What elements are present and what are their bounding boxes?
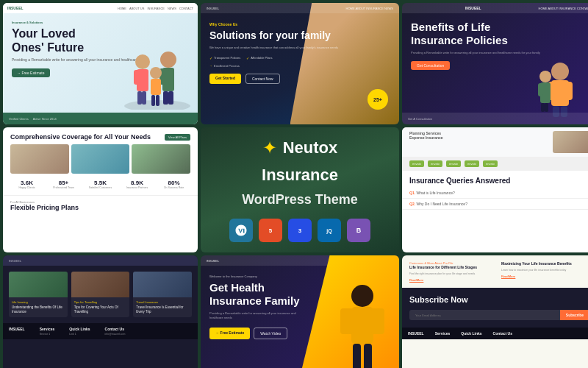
svg-rect-27 bbox=[545, 103, 548, 112]
consultation-btn[interactable]: Get Consultation bbox=[411, 61, 450, 70]
read-more-link-2[interactable]: ReadMore bbox=[501, 275, 588, 278]
brand-tagline2: WordPress Theme bbox=[242, 192, 358, 208]
subscribe-btn[interactable]: Subscribe bbox=[560, 310, 588, 320]
feature-transparent: Transparent Policies bbox=[209, 56, 240, 60]
coverage-img-1 bbox=[10, 144, 69, 174]
read-more-link-1[interactable]: ReadMore bbox=[409, 278, 498, 282]
footer9-contact: Contact Us bbox=[493, 331, 512, 336]
maximizing-text: Learn how to maximize your life insuranc… bbox=[501, 269, 588, 272]
faq-item-1[interactable]: Q1. What is Life Insurance? bbox=[402, 188, 588, 199]
svg-point-13 bbox=[150, 67, 162, 79]
stat-team: 85+ Professional Team bbox=[47, 180, 80, 189]
nav-3: INSUEEL HOME ABOUT INSURANCE CONTACT bbox=[402, 3, 588, 13]
faq-item-2[interactable]: Q2. Why Do I Need Life Insurance? bbox=[402, 199, 588, 210]
article-cat-3: Travel Insurance bbox=[136, 300, 189, 304]
nav-home[interactable]: HOME bbox=[118, 7, 126, 10]
coverage-title: Comprehensive Coverage for All Your Need… bbox=[10, 133, 151, 141]
cell-hero-loved: INSUEEL HOME ABOUT US INSURANCE NEWS CON… bbox=[3, 3, 198, 124]
svg-rect-5 bbox=[137, 91, 142, 105]
life-stages-title: Life Insurance for Different Life Stages bbox=[409, 265, 498, 270]
jquery-icon: jQ bbox=[318, 219, 341, 242]
envato-badge-3: envato bbox=[446, 160, 461, 167]
bootstrap-icon: B bbox=[347, 219, 370, 242]
svg-rect-4 bbox=[143, 70, 148, 85]
get-started-btn[interactable]: Get Started bbox=[209, 74, 241, 84]
cell-coverage: Comprehensive Coverage for All Your Need… bbox=[3, 127, 198, 252]
logo-8: INSUEEL bbox=[207, 259, 219, 263]
svg-rect-26 bbox=[541, 103, 545, 112]
nav-logo-2: INSUEEL bbox=[207, 7, 219, 10]
hero-content-2: Why Choose Us Solutions for your family … bbox=[201, 13, 399, 93]
footer-bar-7: INSUEEL Services Service 1 Quick Links L… bbox=[3, 323, 198, 339]
coverage-images bbox=[3, 144, 198, 174]
logo-1: INSUEEL bbox=[7, 6, 24, 10]
articles-grid: Life Insuring Understanding the Benefits… bbox=[3, 266, 198, 323]
svg-rect-14 bbox=[151, 79, 161, 95]
faq-q-2: Q2. Why Do I Need Life Insurance? bbox=[409, 202, 588, 206]
free-estimate-btn-1[interactable]: → Free Estimate bbox=[12, 68, 50, 77]
article-1[interactable]: Life Insuring Understanding the Benefits… bbox=[9, 272, 68, 317]
enrollment-label: Enrollment Process bbox=[209, 64, 390, 68]
footer9-services: Services bbox=[435, 331, 451, 336]
footer-col-contact: Contact Us info@insueel.com bbox=[105, 327, 126, 336]
logo-3: INSUEEL bbox=[465, 6, 481, 10]
article-img-3 bbox=[133, 272, 192, 297]
envato-row: envato envato envato envato envato bbox=[402, 157, 588, 171]
tech-icons-row: 5 3 jQ B bbox=[229, 219, 370, 242]
maximizing-title: Maximizing Your Life Insurance Benefits bbox=[501, 261, 588, 266]
nav-links-1: HOME ABOUT US INSURANCE NEWS CONTACT bbox=[118, 7, 193, 10]
nav-insurance[interactable]: INSURANCE bbox=[147, 7, 165, 10]
health-title: Get Health Insurance Family bbox=[209, 281, 390, 308]
feature-affordable: Affordable Plans bbox=[246, 56, 272, 60]
stat-clients: 3.6K Happy Clients bbox=[10, 180, 43, 189]
svg-rect-10 bbox=[168, 68, 174, 85]
footer9-quick: Quick Links bbox=[461, 331, 481, 336]
email-input[interactable] bbox=[409, 310, 560, 320]
svg-rect-11 bbox=[163, 91, 168, 105]
wordpress-icon bbox=[229, 219, 253, 242]
queries-title: Insurance Queries Answered bbox=[402, 171, 588, 188]
article-2[interactable]: Tips for Travelling Tips for Covering Yo… bbox=[71, 272, 130, 317]
planning-section: Planning Services Expense Insurance bbox=[402, 127, 588, 157]
view-all-plans-btn[interactable]: View All Plans bbox=[165, 134, 190, 141]
article-title-3: Travel Insurance Is Essential for Every … bbox=[136, 305, 189, 314]
subscribe-form: Subscribe bbox=[409, 310, 588, 320]
nav-contact[interactable]: CONTACT bbox=[179, 7, 193, 10]
svg-point-7 bbox=[160, 52, 176, 68]
family-img-3 bbox=[527, 51, 588, 117]
expense-label: Expense Insurance bbox=[409, 135, 443, 140]
stats-row: 3.6K Happy Clients 85+ Professional Team… bbox=[3, 174, 198, 195]
watch-video-btn[interactable]: Watch Video bbox=[254, 328, 287, 339]
coverage-img-3 bbox=[132, 144, 190, 174]
article-cat-1: Life Insuring bbox=[12, 300, 65, 304]
life-stages-section: Customers & More About Pro File Life Ins… bbox=[402, 255, 588, 288]
cell-benefits: INSUEEL HOME ABOUT INSURANCE CONTACT Ben… bbox=[402, 3, 588, 124]
nav-about[interactable]: ABOUT US bbox=[129, 7, 144, 10]
article-img-2 bbox=[71, 272, 130, 297]
life-stages-col: Customers & More About Pro File Life Ins… bbox=[409, 261, 498, 282]
cell-queries: Planning Services Expense Insurance enva… bbox=[402, 127, 588, 252]
why-label: Why Choose Us bbox=[209, 22, 390, 26]
article-title-1: Understanding the Benefits Of Life Insur… bbox=[12, 305, 65, 314]
svg-rect-25 bbox=[538, 83, 543, 96]
cell-subscribe: Customers & More About Pro File Life Ins… bbox=[402, 255, 588, 368]
svg-rect-16 bbox=[156, 95, 159, 106]
bottom-bar-1: Verified Clients Active Since 2014 bbox=[3, 113, 198, 124]
solutions-desc: We have a unique and creative health ins… bbox=[209, 46, 390, 50]
article-content-3: Travel Insurance Travel Insurance Is Ess… bbox=[133, 297, 192, 317]
free-estimate-btn-8[interactable]: → Free Estimate bbox=[209, 328, 250, 339]
article-3[interactable]: Travel Insurance Travel Insurance Is Ess… bbox=[133, 272, 192, 317]
contact-now-btn[interactable]: Contact Now bbox=[245, 74, 280, 84]
svg-point-23 bbox=[539, 71, 551, 82]
consultation-label: Get A Consultation bbox=[408, 117, 432, 121]
footer-bar-9: INSUEEL Services Quick Links Contact Us bbox=[402, 328, 588, 339]
article-img-1 bbox=[9, 272, 68, 297]
experience-badge: 25+ bbox=[368, 89, 388, 110]
subscribe-section: Subscribe Now Subscribe bbox=[402, 288, 588, 328]
envato-badge-4: envato bbox=[465, 160, 479, 167]
cell-solutions: INSUEEL HOME ABOUT INSURANCE NEWS Why Ch… bbox=[201, 3, 399, 124]
cell-health: INSUEEL HOME ABOUT INSURANCE NEWS Welcom… bbox=[201, 255, 399, 368]
css3-icon: 3 bbox=[288, 219, 312, 242]
nav-news[interactable]: NEWS bbox=[168, 7, 176, 10]
svg-point-17 bbox=[551, 63, 569, 80]
